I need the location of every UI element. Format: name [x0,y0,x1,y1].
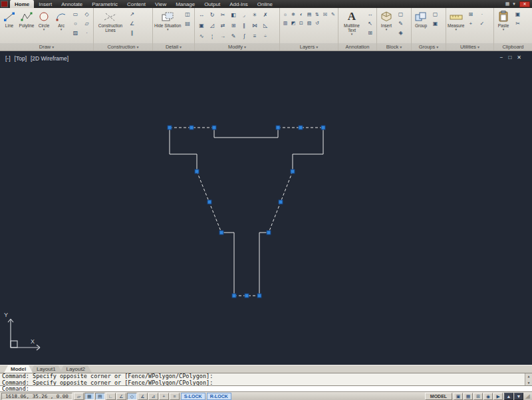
section-view-icon[interactable]: ▤ [182,19,192,28]
array-icon[interactable]: ⊞ [228,21,239,31]
layer-isolate-icon[interactable]: ◐ [297,10,305,19]
dimension-icon[interactable]: ↔ [365,10,375,19]
break-icon[interactable]: ¦ [207,31,217,42]
viewport-view-control[interactable]: [Top] [15,55,27,62]
copy-icon[interactable]: ▣ [196,21,207,31]
chamfer-icon[interactable]: ◺ [260,21,271,31]
workspace-switch-icon[interactable]: ▼ [514,393,523,400]
rectangle-icon[interactable]: ▭ [70,10,80,19]
dyn-toggle[interactable]: + [159,393,169,400]
polyline-button[interactable]: Polyline [19,9,35,28]
trim-icon[interactable]: ✂ [217,10,228,21]
edit-polyline-icon[interactable]: ✎ [228,31,239,42]
ribbon-tab-add-ins[interactable]: Add-Ins [225,0,253,8]
cube-icon[interactable]: ▦ [504,1,511,7]
hide-situation-button[interactable]: Hide Situation ▾ [154,9,181,31]
ribbon-tab-view[interactable]: View [150,0,171,8]
scale-icon[interactable]: ◿ [207,21,217,31]
attribute-icon[interactable]: ◈ [396,29,406,37]
grip[interactable] [279,200,283,204]
arc-dropdown-icon[interactable]: ▾ [61,28,63,31]
model-space-icon[interactable]: ▣ [454,393,463,400]
measure-button[interactable]: Measure ▾ [448,9,464,31]
stretch-icon[interactable]: ⇄ [217,21,228,31]
mirror-icon[interactable]: ◧ [228,10,239,21]
resize-grip[interactable]: ◢ [525,393,531,400]
hide-situation-dropdown-icon[interactable]: ▾ [167,28,169,31]
multiline-text-button[interactable]: A Multiline Text ▾ [340,9,364,36]
polygon-icon[interactable]: ◇ [82,10,92,19]
explode-icon[interactable]: ✳ [249,10,260,21]
layer-lock-icon[interactable]: ▤ [305,10,313,19]
polar-toggle[interactable]: ∠ [116,393,126,400]
grip[interactable] [232,294,236,298]
osnap-toggle[interactable]: ◇ [127,393,137,400]
line-button[interactable]: Line [1,9,17,28]
join-icon[interactable]: ⋈ [249,21,260,31]
grip[interactable] [190,126,194,130]
construction-lines-button[interactable]: Construction Lines [95,9,126,33]
grip[interactable] [195,169,199,173]
panel-label-detail[interactable]: Detail▾ [153,43,194,50]
grip[interactable] [207,200,211,204]
quick-select-icon[interactable]: ✓ [477,19,487,28]
viewport-restore-icon[interactable]: □ [508,54,511,60]
grip[interactable] [212,126,216,130]
panel-label-clipboard[interactable]: Clipboard [494,43,532,50]
id-point-icon[interactable]: + [466,19,475,28]
layer-delete-icon[interactable]: ☒ [321,10,329,19]
viewport-visual-style-control[interactable]: [2D Wireframe] [31,55,68,62]
ribbon-tab-output[interactable]: Output [200,0,225,8]
insert-dropdown-icon[interactable]: ▾ [386,28,388,31]
arc-button[interactable]: Arc ▾ [53,9,69,31]
circle-dropdown-icon[interactable]: ▾ [43,28,45,31]
ducs-toggle[interactable]: ⊿ [148,393,158,400]
ribbon-tab-content[interactable]: Content [122,0,150,8]
show-motion-icon[interactable]: ▶ [493,393,503,400]
point-icon[interactable]: · [82,29,92,37]
ribbon-tab-annotate[interactable]: Annotate [57,0,87,8]
paste-dropdown-icon[interactable]: ▾ [503,28,505,31]
group-manager-icon[interactable]: ▣ [430,19,440,28]
layer-off-icon[interactable]: ☼ [281,10,289,19]
grip[interactable] [245,294,249,298]
coordinates-display[interactable]: 1618.06, 35.26 , 0.00 [1,393,72,400]
region-icon[interactable]: ▱ [82,19,92,28]
multiline-text-dropdown-icon[interactable]: ▾ [351,33,353,36]
layer-walk-icon[interactable]: ⊡ [297,19,305,27]
model-space-canvas[interactable]: Y X [0,51,532,365]
grip[interactable] [168,126,172,130]
grip[interactable] [257,294,261,298]
hatch-icon[interactable]: ▨ [70,29,80,37]
viewport-close-icon[interactable]: ✕ [517,54,521,60]
measure-dropdown-icon[interactable]: ▾ [455,28,457,31]
erase-icon[interactable]: ✗ [260,10,271,21]
align-icon[interactable]: ≡ [249,31,260,42]
quick-view-drawings-icon[interactable]: ⊞ [473,393,483,400]
ribbon-tab-home[interactable]: Home [10,0,34,8]
offset-icon[interactable]: ∥ [239,21,249,31]
grip[interactable] [291,169,295,173]
layer-merge-icon[interactable]: ▧ [305,19,313,27]
infer-constraints-toggle[interactable]: ▱ [74,393,84,400]
panel-label-block[interactable]: Block▾ [377,43,411,50]
rotate-icon[interactable]: ↻ [207,10,217,21]
close-button[interactable]: ✕ [519,1,530,7]
panel-label-construction[interactable]: Construction▾ [94,43,152,50]
steering-wheel-icon[interactable]: ◉ [483,393,493,400]
move-icon[interactable]: ↔ [196,10,207,21]
bisector-icon[interactable]: ∠ [127,19,137,28]
scroll-up-icon[interactable]: ▲ [527,373,529,380]
command-scrollbar[interactable]: ▲ ▼ [525,373,532,385]
panel-label-utilities[interactable]: Utilities▾ [446,43,493,50]
panel-label-annotation[interactable]: Annotation [338,43,376,50]
ortho-toggle[interactable]: ∟ [106,393,116,400]
panel-label-groups[interactable]: Groups▾ [412,43,446,50]
layer-edit-icon[interactable]: ✎ [329,10,337,19]
blend-icon[interactable]: ∿ [196,31,207,42]
paste-button[interactable]: Paste ▾ [495,9,511,31]
panel-label-layers[interactable]: Layers▾ [280,43,338,50]
lwt-toggle[interactable]: ≡ [170,393,180,400]
leader-icon[interactable]: ↖ [365,19,375,28]
create-block-icon[interactable]: ▢ [396,10,406,19]
